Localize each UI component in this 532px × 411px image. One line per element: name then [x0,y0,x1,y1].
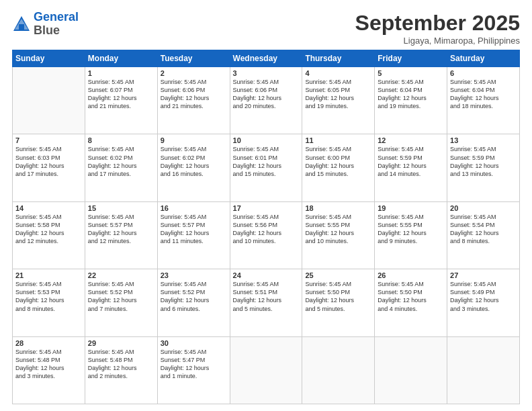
day-number: 10 [233,136,300,144]
day-number: 30 [161,339,227,347]
day-number: 9 [161,136,227,144]
month-title: September 2025 [355,11,520,36]
table-row: 13Sunrise: 5:45 AM Sunset: 5:59 PM Dayli… [447,134,520,201]
cell-info: Sunrise: 5:45 AM Sunset: 5:51 PM Dayligh… [233,280,300,313]
day-number: 18 [305,204,371,212]
cell-info: Sunrise: 5:45 AM Sunset: 5:59 PM Dayligh… [450,145,517,178]
table-row: 21Sunrise: 5:45 AM Sunset: 5:53 PM Dayli… [13,269,85,336]
table-row: 17Sunrise: 5:45 AM Sunset: 5:56 PM Dayli… [230,201,302,269]
day-number: 24 [233,271,300,279]
day-number: 19 [378,204,444,212]
day-number: 5 [378,69,444,77]
table-row: 14Sunrise: 5:45 AM Sunset: 5:58 PM Dayli… [13,201,85,269]
calendar-week-0: 1Sunrise: 5:45 AM Sunset: 6:07 PM Daylig… [13,67,520,134]
cell-info: Sunrise: 5:45 AM Sunset: 6:02 PM Dayligh… [88,145,154,178]
cell-info: Sunrise: 5:45 AM Sunset: 5:54 PM Dayligh… [450,213,517,246]
table-row: 6Sunrise: 5:45 AM Sunset: 6:04 PM Daylig… [447,67,520,134]
day-number: 23 [161,271,227,279]
cell-info: Sunrise: 5:45 AM Sunset: 6:01 PM Dayligh… [233,145,300,178]
cell-info: Sunrise: 5:45 AM Sunset: 5:56 PM Dayligh… [233,213,300,246]
day-number: 11 [305,136,371,144]
logo: General Blue [12,11,79,38]
cell-info: Sunrise: 5:45 AM Sunset: 5:48 PM Dayligh… [88,348,154,381]
cell-info: Sunrise: 5:45 AM Sunset: 6:00 PM Dayligh… [305,145,371,178]
day-number: 28 [15,339,82,347]
cell-info: Sunrise: 5:45 AM Sunset: 5:55 PM Dayligh… [305,213,371,246]
cell-info: Sunrise: 5:45 AM Sunset: 5:47 PM Dayligh… [161,348,227,381]
calendar-week-4: 28Sunrise: 5:45 AM Sunset: 5:48 PM Dayli… [13,336,520,404]
calendar-week-3: 21Sunrise: 5:45 AM Sunset: 5:53 PM Dayli… [13,269,520,336]
day-number: 15 [88,204,154,212]
day-number: 2 [161,69,227,77]
col-tuesday: Tuesday [157,50,230,67]
table-row: 7Sunrise: 5:45 AM Sunset: 6:03 PM Daylig… [13,134,85,201]
cell-info: Sunrise: 5:45 AM Sunset: 6:06 PM Dayligh… [233,78,300,111]
table-row: 12Sunrise: 5:45 AM Sunset: 5:59 PM Dayli… [375,134,447,201]
table-row [230,336,302,404]
day-number: 21 [15,271,82,279]
day-number: 27 [450,271,517,279]
table-row: 11Sunrise: 5:45 AM Sunset: 6:00 PM Dayli… [302,134,375,201]
table-row [302,336,375,404]
col-saturday: Saturday [447,50,520,67]
table-row: 25Sunrise: 5:45 AM Sunset: 5:50 PM Dayli… [302,269,375,336]
cell-info: Sunrise: 5:45 AM Sunset: 5:55 PM Dayligh… [378,213,444,246]
table-row: 15Sunrise: 5:45 AM Sunset: 5:57 PM Dayli… [85,201,157,269]
cell-info: Sunrise: 5:45 AM Sunset: 5:58 PM Dayligh… [15,213,82,246]
table-row: 19Sunrise: 5:45 AM Sunset: 5:55 PM Dayli… [375,201,447,269]
table-row: 24Sunrise: 5:45 AM Sunset: 5:51 PM Dayli… [230,269,302,336]
calendar: Sunday Monday Tuesday Wednesday Thursday… [12,50,520,404]
page: General Blue September 2025 Ligaya, Mima… [0,0,532,411]
cell-info: Sunrise: 5:45 AM Sunset: 5:52 PM Dayligh… [88,280,154,313]
table-row: 3Sunrise: 5:45 AM Sunset: 6:06 PM Daylig… [230,67,302,134]
table-row: 30Sunrise: 5:45 AM Sunset: 5:47 PM Dayli… [157,336,230,404]
day-number: 16 [161,204,227,212]
table-row: 27Sunrise: 5:45 AM Sunset: 5:49 PM Dayli… [447,269,520,336]
table-row: 1Sunrise: 5:45 AM Sunset: 6:07 PM Daylig… [85,67,157,134]
col-sunday: Sunday [13,50,85,67]
day-number: 1 [88,69,154,77]
day-number: 12 [378,136,444,144]
table-row: 29Sunrise: 5:45 AM Sunset: 5:48 PM Dayli… [85,336,157,404]
day-number: 22 [88,271,154,279]
cell-info: Sunrise: 5:45 AM Sunset: 6:06 PM Dayligh… [161,78,227,111]
location: Ligaya, Mimaropa, Philippines [355,36,520,46]
table-row [13,67,85,134]
table-row [375,336,447,404]
day-number: 6 [450,69,517,77]
cell-info: Sunrise: 5:45 AM Sunset: 5:49 PM Dayligh… [450,280,517,313]
table-row: 4Sunrise: 5:45 AM Sunset: 6:05 PM Daylig… [302,67,375,134]
table-row: 26Sunrise: 5:45 AM Sunset: 5:50 PM Dayli… [375,269,447,336]
cell-info: Sunrise: 5:45 AM Sunset: 6:05 PM Dayligh… [305,78,371,111]
cell-info: Sunrise: 5:45 AM Sunset: 6:04 PM Dayligh… [450,78,517,111]
cell-info: Sunrise: 5:45 AM Sunset: 5:50 PM Dayligh… [378,280,444,313]
cell-info: Sunrise: 5:45 AM Sunset: 5:53 PM Dayligh… [15,280,82,313]
day-number: 4 [305,69,371,77]
cell-info: Sunrise: 5:45 AM Sunset: 5:57 PM Dayligh… [88,213,154,246]
title-block: September 2025 Ligaya, Mimaropa, Philipp… [355,11,520,46]
day-number: 17 [233,204,300,212]
table-row [447,336,520,404]
day-number: 14 [15,204,82,212]
table-row: 8Sunrise: 5:45 AM Sunset: 6:02 PM Daylig… [85,134,157,201]
svg-rect-2 [19,24,24,30]
table-row: 20Sunrise: 5:45 AM Sunset: 5:54 PM Dayli… [447,201,520,269]
day-number: 29 [88,339,154,347]
day-number: 3 [233,69,300,77]
day-number: 20 [450,204,517,212]
cell-info: Sunrise: 5:45 AM Sunset: 5:48 PM Dayligh… [15,348,82,381]
table-row: 28Sunrise: 5:45 AM Sunset: 5:48 PM Dayli… [13,336,85,404]
logo-icon [12,15,31,34]
day-number: 8 [88,136,154,144]
cell-info: Sunrise: 5:45 AM Sunset: 6:02 PM Dayligh… [161,145,227,178]
cell-info: Sunrise: 5:45 AM Sunset: 6:04 PM Dayligh… [378,78,444,111]
cell-info: Sunrise: 5:45 AM Sunset: 6:07 PM Dayligh… [88,78,154,111]
table-row: 2Sunrise: 5:45 AM Sunset: 6:06 PM Daylig… [157,67,230,134]
cell-info: Sunrise: 5:45 AM Sunset: 5:50 PM Dayligh… [305,280,371,313]
table-row: 9Sunrise: 5:45 AM Sunset: 6:02 PM Daylig… [157,134,230,201]
table-row: 23Sunrise: 5:45 AM Sunset: 5:52 PM Dayli… [157,269,230,336]
calendar-week-2: 14Sunrise: 5:45 AM Sunset: 5:58 PM Dayli… [13,201,520,269]
table-row: 18Sunrise: 5:45 AM Sunset: 5:55 PM Dayli… [302,201,375,269]
col-thursday: Thursday [302,50,375,67]
calendar-header-row: Sunday Monday Tuesday Wednesday Thursday… [13,50,520,67]
